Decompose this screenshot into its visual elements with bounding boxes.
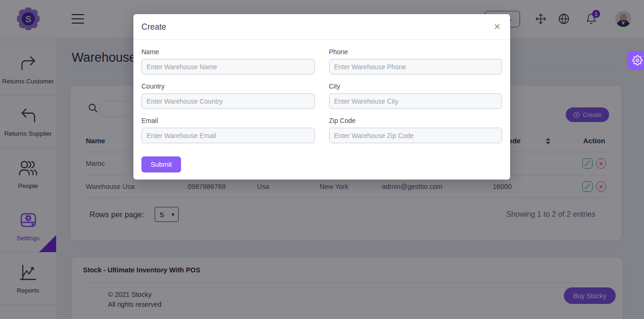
email-label: Email <box>141 117 315 124</box>
warehouse-name-input[interactable] <box>141 59 315 74</box>
field-zip-code: Zip Code <box>329 117 503 143</box>
warehouse-zip-input[interactable] <box>329 128 503 143</box>
warehouse-country-input[interactable] <box>141 93 315 109</box>
create-warehouse-modal: Create ✕ Name Phone Country City Email <box>133 14 510 180</box>
field-name: Name <box>141 48 315 74</box>
modal-title: Create <box>141 22 166 32</box>
field-country: Country <box>141 82 315 109</box>
country-label: Country <box>141 82 315 90</box>
modal-header: Create ✕ <box>133 14 510 40</box>
warehouse-email-input[interactable] <box>141 128 315 143</box>
close-icon[interactable]: ✕ <box>494 23 501 31</box>
warehouse-city-input[interactable] <box>329 93 503 109</box>
name-label: Name <box>141 48 315 56</box>
warehouse-phone-input[interactable] <box>329 59 503 74</box>
field-email: Email <box>141 117 315 143</box>
gear-icon <box>632 55 643 65</box>
phone-label: Phone <box>329 48 503 56</box>
submit-button[interactable]: Submit <box>141 156 181 172</box>
zip-code-label: Zip Code <box>329 117 503 124</box>
city-label: City <box>329 82 503 90</box>
field-phone: Phone <box>329 48 503 74</box>
customizer-gear-button[interactable] <box>627 51 644 70</box>
field-city: City <box>329 82 503 109</box>
modal-body: Name Phone Country City Email Zip Code <box>133 40 510 172</box>
